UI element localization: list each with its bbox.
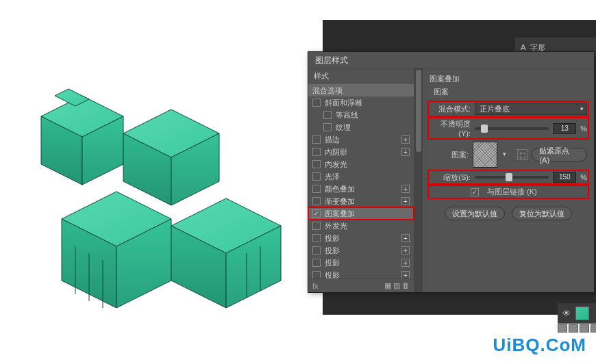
fx-label: 内阴影: [325, 147, 347, 157]
blend-mode-dropdown[interactable]: 正片叠底: [475, 103, 587, 115]
fx-checkbox[interactable]: [312, 160, 321, 168]
opacity-row: 不透明度(Y): 13 %: [430, 119, 587, 138]
snap-icon[interactable]: ⬚: [517, 149, 527, 160]
fx-icon[interactable]: fx: [312, 282, 319, 290]
pattern-overlay-options: 图案叠加 图案 混合模式: 正片叠底 不透明度(Y): 13 % 图案: ⬚ 贴…: [423, 68, 594, 292]
fx-label: 外发光: [325, 221, 347, 231]
scale-row: 缩放(S): 150 %: [430, 172, 587, 183]
scale-slider-thumb[interactable]: [506, 173, 512, 181]
fx-checkbox[interactable]: [312, 246, 321, 255]
fx-label: 渐变叠加: [325, 196, 355, 207]
small-icon[interactable]: [580, 324, 589, 333]
fx-add-icon[interactable]: +: [401, 197, 410, 205]
opacity-unit: %: [580, 125, 587, 133]
pattern-row: 图案: ⬚ 贴紧原点 (A): [430, 142, 587, 168]
options-group-title: 图案: [434, 87, 587, 97]
fx-item-1[interactable]: 等高线: [308, 109, 414, 121]
opacity-label: 不透明度(Y):: [430, 119, 471, 138]
fx-checkbox[interactable]: [312, 197, 321, 205]
link-label: 与图层链接 (K): [487, 187, 537, 197]
fx-item-12[interactable]: 投影+: [308, 244, 414, 257]
fx-label: 投影: [325, 246, 340, 256]
tab-icon: A̲: [521, 43, 526, 52]
fx-item-13[interactable]: 投影+: [308, 257, 414, 269]
fx-item-10[interactable]: 外发光: [308, 220, 414, 232]
fx-actions[interactable]: ▦ ▨ 🗑: [384, 281, 410, 290]
fx-label: 描边: [325, 135, 340, 145]
link-row: 与图层链接 (K): [430, 187, 587, 197]
isometric-artwork: [21, 75, 301, 308]
scale-label: 缩放(S):: [430, 172, 471, 183]
styles-scrollbar[interactable]: [414, 68, 423, 292]
fx-add-icon[interactable]: +: [401, 148, 410, 156]
fx-label: 图案叠加: [325, 209, 355, 219]
fx-item-3[interactable]: 描边+: [308, 133, 414, 146]
styles-list-panel: 样式 混合选项 斜面和浮雕等高线纹理描边+内阴影+内发光光泽颜色叠加+渐变叠加+…: [308, 68, 414, 292]
link-checkbox[interactable]: [471, 188, 479, 196]
fx-item-11[interactable]: 投影+: [308, 232, 414, 244]
misc-icons: [558, 324, 596, 333]
opacity-value[interactable]: 13: [553, 123, 576, 134]
fx-checkbox[interactable]: [323, 123, 332, 131]
dialog-title: 图层样式: [308, 52, 594, 68]
fx-add-icon[interactable]: +: [401, 234, 410, 242]
fx-checkbox[interactable]: [312, 259, 321, 267]
fx-item-0[interactable]: 斜面和浮雕: [308, 96, 414, 109]
visibility-icon[interactable]: 👁: [560, 307, 573, 320]
fx-label: 等高线: [336, 110, 358, 120]
watermark: UiBQ.CoM: [493, 335, 586, 356]
opacity-slider[interactable]: [475, 127, 549, 130]
fx-item-5[interactable]: 内发光: [308, 158, 414, 170]
fx-label: 纹理: [336, 122, 351, 133]
snap-origin-button[interactable]: 贴紧原点 (A): [532, 148, 587, 161]
fx-checkbox[interactable]: [312, 222, 321, 230]
fx-item-2[interactable]: 纹理: [308, 121, 414, 133]
fx-add-icon[interactable]: +: [401, 185, 410, 193]
fx-label: 投影: [325, 233, 340, 244]
fx-label: 内发光: [325, 159, 347, 170]
scale-value[interactable]: 150: [553, 172, 576, 183]
blend-mode-row: 混合模式: 正片叠底: [430, 103, 587, 115]
fx-add-icon[interactable]: +: [401, 259, 410, 267]
fx-checkbox[interactable]: [312, 148, 321, 156]
small-icon[interactable]: [591, 324, 596, 333]
pattern-swatch[interactable]: [473, 142, 497, 168]
opacity-slider-thumb[interactable]: [481, 125, 488, 133]
fx-item-4[interactable]: 内阴影+: [308, 146, 414, 158]
fx-checkbox[interactable]: [323, 111, 332, 119]
layers-strip: 👁: [558, 303, 596, 324]
scale-unit: %: [580, 173, 587, 181]
layer-thumbnail[interactable]: [575, 307, 589, 320]
small-icon[interactable]: [558, 324, 567, 333]
fx-checkbox[interactable]: [312, 172, 321, 181]
fx-label: 投影: [325, 258, 340, 268]
set-default-button[interactable]: 设置为默认值: [445, 207, 505, 220]
blend-mode-label: 混合模式:: [430, 104, 471, 114]
fx-label: 斜面和浮雕: [325, 98, 362, 108]
fx-label: 颜色叠加: [325, 184, 355, 194]
fx-item-7[interactable]: 颜色叠加+: [308, 183, 414, 195]
fx-add-icon[interactable]: +: [401, 135, 410, 144]
fx-checkbox[interactable]: [312, 209, 321, 218]
pattern-label: 图案:: [430, 150, 469, 160]
layer-style-dialog: 图层样式 样式 混合选项 斜面和浮雕等高线纹理描边+内阴影+内发光光泽颜色叠加+…: [308, 51, 595, 293]
styles-header: 样式: [308, 68, 414, 84]
options-title: 图案叠加: [430, 74, 587, 84]
fx-checkbox[interactable]: [312, 185, 321, 193]
fx-checkbox[interactable]: [312, 99, 321, 107]
fx-item-8[interactable]: 渐变叠加+: [308, 195, 414, 207]
reset-default-button[interactable]: 复位为默认值: [512, 207, 572, 220]
small-icon[interactable]: [569, 324, 578, 333]
styles-footer: fx ▦ ▨ 🗑: [308, 278, 414, 292]
scroll-thumb[interactable]: [416, 70, 421, 152]
fx-item-6[interactable]: 光泽: [308, 170, 414, 183]
fx-label: 光泽: [325, 172, 340, 182]
blending-options-item[interactable]: 混合选项: [308, 84, 414, 96]
scale-slider[interactable]: [475, 176, 549, 179]
fx-checkbox[interactable]: [312, 234, 321, 242]
fx-add-icon[interactable]: +: [401, 246, 410, 255]
fx-item-9[interactable]: 图案叠加: [308, 207, 414, 220]
fx-checkbox[interactable]: [312, 135, 321, 144]
